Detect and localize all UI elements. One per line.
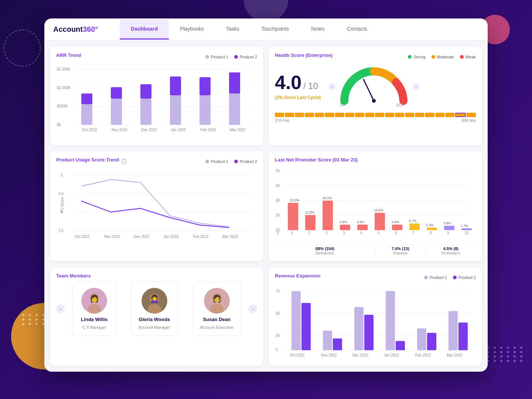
svg-text:Jan 2023: Jan 2023 xyxy=(163,235,179,239)
svg-text:25: 25 xyxy=(276,334,280,338)
health-timeline: 27th Feb 30th Mar xyxy=(275,113,476,123)
pu-chart-svg: 5 4.5 4 3.5 PU Score Oct 2022 xyxy=(56,168,252,242)
pu-info-icon[interactable]: i xyxy=(122,159,127,164)
svg-rect-58 xyxy=(305,215,316,230)
timeline-end-date: 30th Mar xyxy=(461,119,476,123)
main-card: Account 360° Dashboard Playbooks Tasks T… xyxy=(44,18,488,372)
tab-contacts[interactable]: Contacts xyxy=(336,19,378,40)
pu-chart-header: Product Usage Score Trend i Product 1 Pr… xyxy=(56,157,257,166)
svg-text:👩: 👩 xyxy=(212,294,221,303)
svg-rect-116 xyxy=(364,315,374,350)
nps-passive-value: 7.4% (13) xyxy=(375,246,426,251)
svg-rect-76 xyxy=(461,228,472,230)
health-prev-btn[interactable]: ‹ xyxy=(328,83,335,91)
health-legend-strong: Strong xyxy=(408,55,425,59)
member-avatar: 👩 xyxy=(81,288,107,314)
tab-notes[interactable]: Notes xyxy=(300,19,336,40)
svg-text:$500K: $500K xyxy=(57,104,68,108)
svg-rect-117 xyxy=(386,291,395,350)
svg-text:4.6%: 4.6% xyxy=(357,220,365,224)
pu-legend: Product 1 Product 2 xyxy=(205,159,257,164)
svg-text:40: 40 xyxy=(276,184,280,188)
pu-title-area: Product Usage Score Trend i xyxy=(56,157,127,166)
arr-legend-dot-p1 xyxy=(205,55,209,59)
revenue-title: Revenue Expansion xyxy=(275,273,321,279)
svg-text:5: 5 xyxy=(378,231,380,235)
svg-text:3.5: 3.5 xyxy=(58,229,64,233)
revenue-panel: Revenue Expansion Product 1 Product 2 75… xyxy=(269,267,482,366)
svg-rect-68 xyxy=(392,225,402,230)
svg-text:0.0: 0.0 xyxy=(340,103,345,107)
timeline-segment xyxy=(375,113,384,117)
nps-summary: 88% (154) Detractors 7.4% (13) Passive 4… xyxy=(275,245,476,255)
health-legend-weak: Weak xyxy=(460,55,476,59)
health-legend: Strong Moderate Weak xyxy=(408,55,476,59)
svg-text:PU Score: PU Score xyxy=(60,197,64,213)
svg-text:8: 8 xyxy=(430,231,432,235)
arr-chart-header: ARR Trend Product 1 Product 2 xyxy=(56,52,257,61)
svg-text:Dec 2022: Dec 2022 xyxy=(352,353,368,357)
tab-touchpoints[interactable]: Touchpoints xyxy=(250,19,300,40)
team-member-card: 👩 Linda WillisC S Manager xyxy=(72,282,116,336)
svg-rect-74 xyxy=(444,226,454,230)
pu-legend-p1: Product 1 xyxy=(205,159,228,164)
timeline-segment xyxy=(295,113,304,117)
team-panel: Team Members ‹ 👩 Linda WillisC S Manager… xyxy=(50,267,263,366)
svg-text:$0: $0 xyxy=(57,123,61,127)
health-title: Health Score (Enterprise) xyxy=(275,52,332,58)
svg-rect-118 xyxy=(396,341,405,350)
arr-legend-dot-p2 xyxy=(234,55,238,59)
timeline-bar xyxy=(275,113,476,117)
svg-text:6: 6 xyxy=(395,231,397,235)
svg-text:$1,500K: $1,500K xyxy=(57,67,71,71)
tab-playbooks[interactable]: Playbooks xyxy=(169,19,215,40)
pu-legend-dot-p1 xyxy=(205,160,209,163)
svg-text:20: 20 xyxy=(276,213,280,217)
svg-text:9: 9 xyxy=(447,231,449,235)
svg-rect-18 xyxy=(229,93,240,125)
svg-text:10.0: 10.0 xyxy=(396,103,403,107)
svg-rect-13 xyxy=(140,84,151,99)
svg-text:2.3%: 2.3% xyxy=(426,223,434,227)
svg-rect-119 xyxy=(417,328,426,350)
svg-text:0: 0 xyxy=(291,231,293,235)
health-score-number: 4.0 / 10 xyxy=(275,71,321,93)
svg-text:50: 50 xyxy=(276,311,280,316)
nps-promoters-label: Promoters xyxy=(426,251,476,255)
bg-decoration-dashed-circle xyxy=(4,30,41,66)
svg-rect-60 xyxy=(323,201,333,230)
timeline-segment xyxy=(325,113,334,117)
timeline-dates: 27th Feb 30th Mar xyxy=(275,119,476,123)
svg-text:3: 3 xyxy=(343,231,345,235)
svg-rect-12 xyxy=(140,99,151,125)
timeline-segment xyxy=(365,113,374,117)
svg-rect-16 xyxy=(200,95,211,125)
tab-dashboard[interactable]: Dashboard xyxy=(120,19,169,40)
health-score-left: 4.0 / 10 (2% Since Last Cycle) xyxy=(275,64,321,100)
svg-rect-122 xyxy=(458,323,468,350)
nps-detractors-value: 88% (154) xyxy=(275,246,375,251)
svg-text:4: 4 xyxy=(360,231,362,235)
svg-rect-14 xyxy=(170,95,181,125)
team-next-btn[interactable]: › xyxy=(248,304,257,313)
svg-text:Feb 2023: Feb 2023 xyxy=(200,128,216,132)
member-name: Gloria Woods xyxy=(139,317,170,322)
nav-bar: Account 360° Dashboard Playbooks Tasks T… xyxy=(44,18,488,41)
svg-text:4.6%: 4.6% xyxy=(340,220,347,224)
nps-chart-svg: 50 40 30 20 10 0 23.3% 12.8 xyxy=(275,166,471,243)
svg-rect-15 xyxy=(170,76,181,95)
svg-text:75: 75 xyxy=(276,289,280,293)
health-next-btn[interactable]: › xyxy=(412,83,420,91)
svg-rect-56 xyxy=(288,203,298,230)
svg-rect-62 xyxy=(340,225,350,230)
svg-text:Mar 2022: Mar 2022 xyxy=(222,235,238,239)
svg-text:Jan 2023: Jan 2023 xyxy=(171,128,186,132)
timeline-start-date: 27th Feb xyxy=(275,119,289,123)
tab-tasks[interactable]: Tasks xyxy=(215,19,250,40)
pu-legend-p2-label: Product 2 xyxy=(240,159,257,164)
member-role: Account Executive xyxy=(200,325,233,330)
timeline-segment xyxy=(467,113,476,117)
brand-suffix: 360° xyxy=(83,25,98,34)
team-prev-btn[interactable]: ‹ xyxy=(56,304,65,313)
svg-point-27 xyxy=(372,99,376,103)
